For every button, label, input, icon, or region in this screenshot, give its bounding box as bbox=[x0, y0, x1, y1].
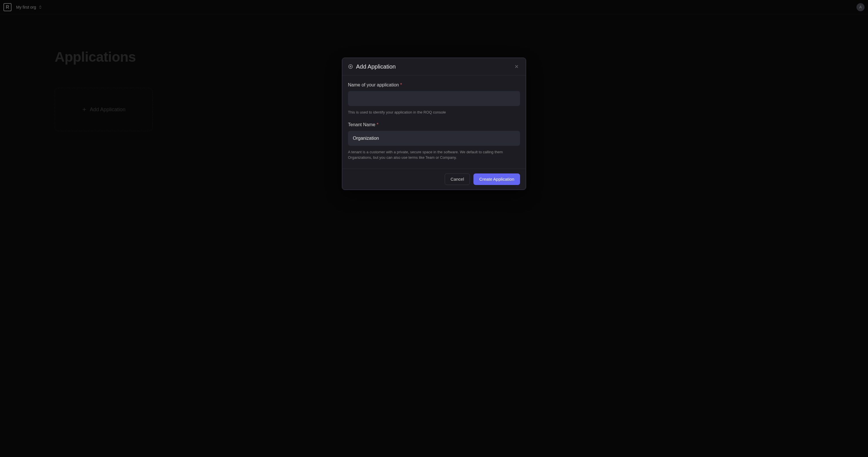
modal-title: Add Application bbox=[356, 63, 396, 70]
cancel-button[interactable]: Cancel bbox=[445, 173, 470, 185]
close-icon bbox=[514, 64, 519, 69]
required-mark: * bbox=[377, 122, 378, 127]
modal-footer: Cancel Create Application bbox=[342, 169, 526, 190]
tenant-name-label: Tenant Name * bbox=[348, 122, 520, 127]
form-group-app-name: Name of your application * This is used … bbox=[348, 82, 520, 115]
tenant-name-help: A tenant is a customer with a private, s… bbox=[348, 149, 520, 161]
form-group-tenant-name: Tenant Name * A tenant is a customer wit… bbox=[348, 122, 520, 161]
app-name-label: Name of your application * bbox=[348, 82, 520, 88]
add-application-modal: Add Application Name of your application… bbox=[342, 58, 526, 190]
modal-title-wrap: Add Application bbox=[348, 63, 396, 70]
app-name-help: This is used to identify your applicatio… bbox=[348, 110, 520, 115]
create-application-button[interactable]: Create Application bbox=[473, 173, 520, 185]
tenant-name-label-text: Tenant Name bbox=[348, 122, 375, 127]
modal-body: Name of your application * This is used … bbox=[342, 76, 526, 169]
app-name-input[interactable] bbox=[348, 91, 520, 106]
close-button[interactable] bbox=[513, 63, 520, 70]
plus-circle-icon bbox=[348, 64, 353, 69]
required-mark: * bbox=[400, 82, 402, 87]
modal-header: Add Application bbox=[342, 58, 526, 76]
app-name-label-text: Name of your application bbox=[348, 82, 399, 87]
tenant-name-input[interactable] bbox=[348, 131, 520, 146]
modal-backdrop[interactable]: Add Application Name of your application… bbox=[0, 0, 868, 457]
